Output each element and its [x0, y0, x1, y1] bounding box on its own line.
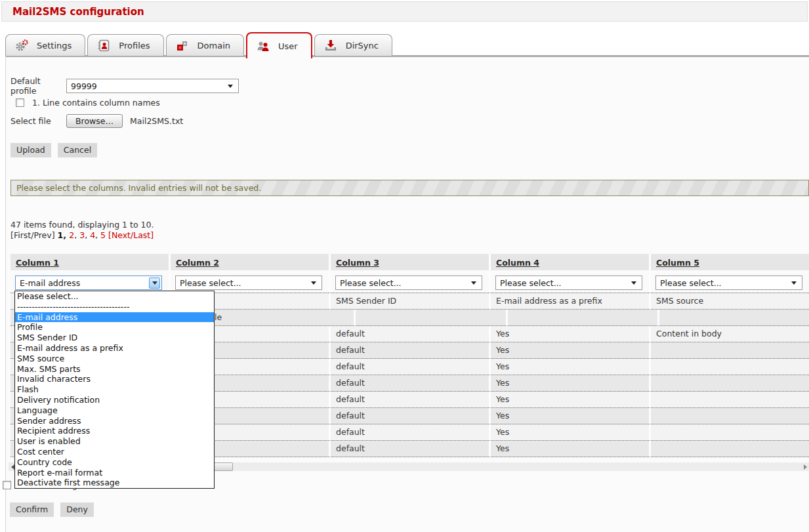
- dropdown-option[interactable]: Invalid characters: [15, 374, 214, 384]
- header-column1: Column 1: [10, 254, 169, 270]
- confirm-button[interactable]: Confirm: [10, 502, 54, 517]
- column1-select[interactable]: E-mail address: [15, 276, 162, 290]
- tab-bar: Settings Profiles: [5, 30, 394, 56]
- chevron-down-icon: [631, 281, 636, 285]
- dropdown-option[interactable]: Deactivate first message: [15, 478, 214, 488]
- select-file-row: Select file Browse… Mail2SMS.txt: [10, 113, 809, 129]
- domain-icon: [175, 40, 190, 51]
- chevron-down-icon: [228, 85, 233, 88]
- page-link-2[interactable]: 2: [69, 230, 79, 240]
- default-profile-value: 99999: [71, 81, 97, 91]
- page-link-4[interactable]: 4: [90, 230, 100, 240]
- dropdown-option[interactable]: Profile: [15, 322, 214, 333]
- first-prev-link[interactable]: [First/Prev]: [10, 230, 55, 240]
- column4-select[interactable]: Please select...: [495, 276, 642, 290]
- dropdown-option[interactable]: Sender address: [15, 416, 214, 426]
- mail2sms-screen: Mail2SMS configuration Settings: [0, 0, 809, 532]
- column3-select[interactable]: Please select...: [335, 276, 482, 290]
- header-column2: Column 2: [169, 254, 329, 270]
- confirm-row: Confirm Deny: [10, 502, 94, 517]
- header-column3: Column 3: [329, 254, 489, 270]
- dropdown-option[interactable]: SMS source: [15, 354, 214, 364]
- line-contains-label: 1. Line contains column names: [32, 98, 160, 108]
- chevron-down-icon[interactable]: [149, 277, 160, 289]
- browse-button[interactable]: Browse…: [66, 114, 123, 128]
- tab-domain[interactable]: Domain: [166, 34, 244, 56]
- page-header: Mail2SMS configuration: [1, 1, 808, 22]
- header-column5: Column 5: [649, 254, 809, 270]
- dropdown-option[interactable]: E-mail address as a prefix: [15, 343, 214, 354]
- users-icon: [255, 41, 271, 52]
- column1-dropdown-list: Please select... -----------------------…: [14, 291, 215, 489]
- items-summary: 47 items found, displaying 1 to 10.: [10, 220, 809, 230]
- column5-select[interactable]: Please select...: [655, 276, 802, 290]
- tab-label: Settings: [37, 41, 72, 51]
- dropdown-option[interactable]: Recipient address: [15, 426, 214, 436]
- tab-profiles[interactable]: Profiles: [87, 34, 163, 56]
- default-profile-select[interactable]: 99999: [66, 79, 239, 93]
- dropdown-option[interactable]: Please select...: [15, 291, 214, 302]
- status-message: Please select the columns. Invalid entri…: [10, 180, 809, 196]
- dropdown-option[interactable]: Delivery notification: [15, 395, 214, 405]
- page-link-3[interactable]: 3: [79, 230, 90, 240]
- dropdown-option[interactable]: Country code: [15, 457, 214, 468]
- header-column4: Column 4: [489, 254, 649, 270]
- tab-user[interactable]: User: [246, 32, 312, 58]
- default-profile-row: Default profile 99999: [10, 79, 809, 93]
- dropdown-option[interactable]: Report e-mail format: [15, 468, 214, 478]
- dropdown-option[interactable]: Max. SMS parts: [15, 364, 214, 375]
- table-header-row: Column 1 Column 2 Column 3 Column 4 Colu…: [10, 254, 809, 270]
- chevron-down-icon: [311, 281, 316, 285]
- page-title: Mail2SMS configuration: [12, 6, 144, 18]
- dropdown-option[interactable]: SMS Sender ID: [15, 333, 214, 343]
- download-icon: [323, 39, 339, 51]
- chevron-down-icon: [471, 281, 476, 285]
- dropdown-option[interactable]: User is enabled: [15, 436, 214, 447]
- chevron-down-icon: [791, 281, 797, 285]
- tab-label: Profiles: [119, 41, 150, 51]
- page-link-5[interactable]: 5: [100, 230, 106, 240]
- cancel-button[interactable]: Cancel: [58, 143, 97, 157]
- select-file-label: Select file: [10, 116, 66, 126]
- upload-button[interactable]: Upload: [10, 143, 51, 157]
- dropdown-separator: --------------------------------------: [15, 302, 214, 312]
- default-profile-label: Default profile: [10, 76, 66, 96]
- line-contains-row: 1. Line contains column names: [10, 97, 809, 108]
- dropdown-option[interactable]: Cost center: [15, 447, 214, 457]
- tab-dirsync[interactable]: DirSync: [314, 34, 392, 56]
- delete-missing-checkbox[interactable]: [3, 481, 11, 489]
- dropdown-option[interactable]: Language: [15, 405, 214, 416]
- selected-file-name: Mail2SMS.txt: [130, 116, 183, 126]
- tab-label: Domain: [197, 41, 230, 51]
- deny-button[interactable]: Deny: [60, 502, 94, 517]
- scrollbar-right-arrow-icon[interactable]: [801, 462, 809, 471]
- tab-label: DirSync: [346, 41, 379, 51]
- pagination: [First/Prev] 12345 [Next/Last]: [10, 230, 809, 241]
- dropdown-option[interactable]: Flash: [15, 384, 214, 395]
- tab-settings[interactable]: Settings: [5, 34, 85, 56]
- next-last-link[interactable]: [Next/Last]: [108, 230, 154, 240]
- tab-label: User: [278, 41, 298, 51]
- address-book-icon: [96, 39, 112, 52]
- current-page: 1: [58, 230, 70, 240]
- gear-icon: [14, 39, 30, 52]
- column2-select[interactable]: Please select...: [175, 276, 322, 290]
- upload-row: Upload Cancel: [10, 143, 809, 157]
- line-contains-checkbox[interactable]: [16, 98, 24, 107]
- dropdown-option-selected[interactable]: E-mail address: [15, 312, 214, 323]
